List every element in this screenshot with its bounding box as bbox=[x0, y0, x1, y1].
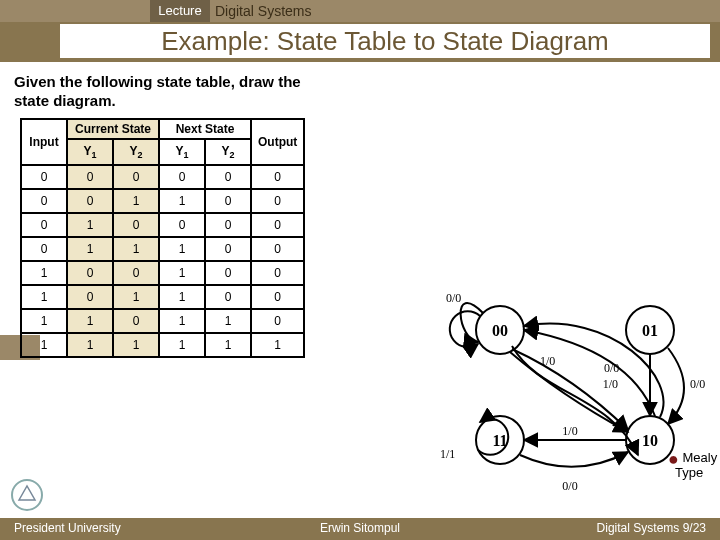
table-cell: 0 bbox=[113, 309, 159, 333]
table-cell: 0 bbox=[251, 165, 304, 189]
svg-point-3 bbox=[626, 416, 674, 464]
edge-01-10-a: 1/0 bbox=[603, 377, 618, 391]
slide-title: Example: State Table to State Diagram bbox=[60, 24, 710, 58]
edge-01-10-b: 0/0 bbox=[690, 377, 705, 391]
table-cell: 1 bbox=[67, 333, 113, 357]
table-cell: 0 bbox=[251, 261, 304, 285]
table-cell: 1 bbox=[113, 237, 159, 261]
table-cell: 0 bbox=[21, 165, 67, 189]
table-cell: 1 bbox=[159, 285, 205, 309]
table-cell: 0 bbox=[67, 189, 113, 213]
table-cell: 1 bbox=[67, 237, 113, 261]
svg-point-1 bbox=[626, 306, 674, 354]
mealy-note: ● Mealy Type bbox=[668, 450, 717, 480]
table-cell: 0 bbox=[251, 285, 304, 309]
col-next-y1: Y1 bbox=[159, 139, 205, 165]
table-cell: 0 bbox=[251, 213, 304, 237]
table-cell: 0 bbox=[21, 189, 67, 213]
title-underline bbox=[0, 60, 720, 62]
table-cell: 1 bbox=[21, 261, 67, 285]
table-row: 110110 bbox=[21, 309, 304, 333]
svg-point-2 bbox=[476, 416, 524, 464]
table-cell: 1 bbox=[21, 285, 67, 309]
university-logo-icon bbox=[10, 478, 44, 512]
edge-00-self: 0/0 bbox=[446, 291, 461, 305]
table-cell: 1 bbox=[21, 333, 67, 357]
table-cell: 1 bbox=[159, 261, 205, 285]
col-current-y2: Y2 bbox=[113, 139, 159, 165]
col-group-next: Next State bbox=[159, 119, 251, 139]
state-10: 10 bbox=[642, 432, 658, 449]
table-cell: 0 bbox=[113, 213, 159, 237]
col-output: Output bbox=[251, 119, 304, 165]
table-cell: 0 bbox=[251, 237, 304, 261]
svg-point-0 bbox=[476, 306, 524, 354]
course-name: Digital Systems bbox=[215, 0, 311, 22]
table-cell: 0 bbox=[67, 285, 113, 309]
table-cell: 1 bbox=[113, 333, 159, 357]
table-row: 100100 bbox=[21, 261, 304, 285]
title-bar: Example: State Table to State Diagram bbox=[0, 22, 720, 60]
table-cell: 1 bbox=[251, 333, 304, 357]
table-cell: 0 bbox=[113, 261, 159, 285]
table-cell: 0 bbox=[251, 189, 304, 213]
col-next-y2: Y2 bbox=[205, 139, 251, 165]
table-cell: 1 bbox=[205, 333, 251, 357]
table-cell: 1 bbox=[67, 213, 113, 237]
table-cell: 0 bbox=[67, 165, 113, 189]
table-cell: 0 bbox=[21, 213, 67, 237]
top-bar: Lecture Digital Systems bbox=[0, 0, 720, 22]
table-cell: 1 bbox=[159, 189, 205, 213]
table-row: 001100 bbox=[21, 189, 304, 213]
table-cell: 0 bbox=[159, 165, 205, 189]
table-row: 010000 bbox=[21, 213, 304, 237]
col-current-y1: Y1 bbox=[67, 139, 113, 165]
state-01: 01 bbox=[642, 322, 658, 339]
table-cell: 0 bbox=[21, 237, 67, 261]
table-cell: 0 bbox=[159, 213, 205, 237]
table-cell: 0 bbox=[67, 261, 113, 285]
edge-11-self: 1/1 bbox=[440, 447, 455, 461]
footer-bar: President University Erwin Sitompul Digi… bbox=[0, 518, 720, 540]
table-cell: 0 bbox=[113, 165, 159, 189]
edge-00-10: 1/0 bbox=[540, 354, 555, 368]
table-cell: 1 bbox=[113, 285, 159, 309]
table-cell: 0 bbox=[205, 213, 251, 237]
table-cell: 1 bbox=[67, 309, 113, 333]
table-cell: 1 bbox=[21, 309, 67, 333]
table-row: 011100 bbox=[21, 237, 304, 261]
edge-10-00: 0/0 bbox=[604, 361, 619, 375]
edge-10-11: 1/0 bbox=[562, 424, 577, 438]
table-cell: 1 bbox=[159, 333, 205, 357]
table-cell: 1 bbox=[113, 189, 159, 213]
state-table: Input Current State Next State Output Y1… bbox=[20, 118, 305, 358]
table-row: 111111 bbox=[21, 333, 304, 357]
lecture-badge: Lecture bbox=[150, 0, 210, 22]
footer-right: Digital Systems 9/23 bbox=[597, 521, 706, 535]
table-cell: 0 bbox=[205, 285, 251, 309]
prompt-text: Given the following state table, draw th… bbox=[14, 72, 314, 110]
table-cell: 0 bbox=[205, 165, 251, 189]
table-cell: 0 bbox=[205, 237, 251, 261]
edge-11-10: 0/0 bbox=[562, 479, 577, 493]
col-input: Input bbox=[21, 119, 67, 165]
table-cell: 1 bbox=[159, 237, 205, 261]
state-11: 11 bbox=[492, 432, 507, 449]
table-cell: 0 bbox=[205, 189, 251, 213]
table-row: 101100 bbox=[21, 285, 304, 309]
table-cell: 1 bbox=[205, 309, 251, 333]
table-cell: 1 bbox=[159, 309, 205, 333]
table-cell: 0 bbox=[205, 261, 251, 285]
col-group-current: Current State bbox=[67, 119, 159, 139]
table-row: 000000 bbox=[21, 165, 304, 189]
table-cell: 0 bbox=[251, 309, 304, 333]
state-00: 00 bbox=[492, 322, 508, 339]
